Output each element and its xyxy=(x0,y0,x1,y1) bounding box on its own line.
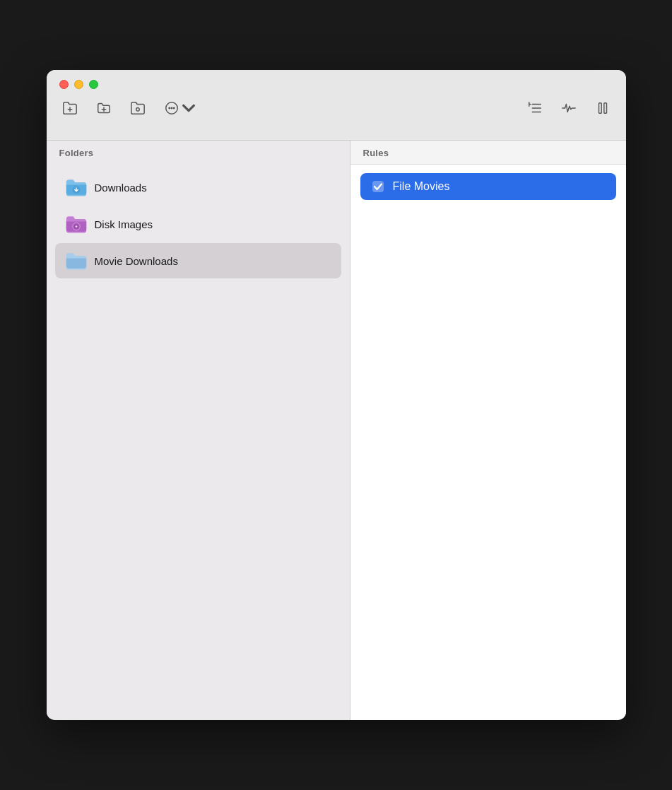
rules-header: Rules xyxy=(350,141,626,165)
traffic-lights xyxy=(47,70,626,93)
svg-point-18 xyxy=(75,225,77,228)
pause-button[interactable] xyxy=(592,98,613,119)
close-button[interactable] xyxy=(59,80,69,89)
folder-item-disk-images[interactable]: Disk Images xyxy=(55,206,341,242)
folder-name-disk-images: Disk Images xyxy=(95,218,153,230)
svg-point-6 xyxy=(169,107,170,108)
svg-point-7 xyxy=(171,107,172,108)
minimize-button[interactable] xyxy=(74,80,83,89)
add-rule-button[interactable] xyxy=(524,98,546,119)
folder-name-movie-downloads: Movie Downloads xyxy=(95,255,178,267)
folder-settings-button[interactable] xyxy=(127,98,148,119)
svg-point-4 xyxy=(136,108,139,112)
folders-header: Folders xyxy=(47,141,350,164)
folder-name-downloads: Downloads xyxy=(95,182,147,194)
app-window: Folders Downloads xyxy=(47,70,626,720)
main-content: Folders Downloads xyxy=(47,141,626,720)
rules-panel: Rules File Movies xyxy=(350,141,626,720)
sidebar: Folders Downloads xyxy=(47,141,350,720)
toolbar xyxy=(47,93,626,123)
rule-label-file-movies: File Movies xyxy=(393,180,450,193)
add-subfolder-button[interactable] xyxy=(93,98,114,119)
rule-item-file-movies[interactable]: File Movies xyxy=(360,173,616,200)
svg-point-8 xyxy=(173,107,174,108)
rules-list: File Movies xyxy=(350,165,626,208)
svg-rect-14 xyxy=(599,103,601,114)
activity-button[interactable] xyxy=(558,98,579,119)
folder-list: Downloads Disk Images xyxy=(47,164,350,284)
more-options-button[interactable] xyxy=(161,98,199,119)
add-folder-button[interactable] xyxy=(59,98,81,119)
folder-item-movie-downloads[interactable]: Movie Downloads xyxy=(55,243,341,278)
folder-item-downloads[interactable]: Downloads xyxy=(55,170,341,205)
toolbar-right xyxy=(524,98,613,119)
svg-rect-15 xyxy=(603,103,606,114)
maximize-button[interactable] xyxy=(89,80,98,89)
titlebar xyxy=(47,70,626,141)
